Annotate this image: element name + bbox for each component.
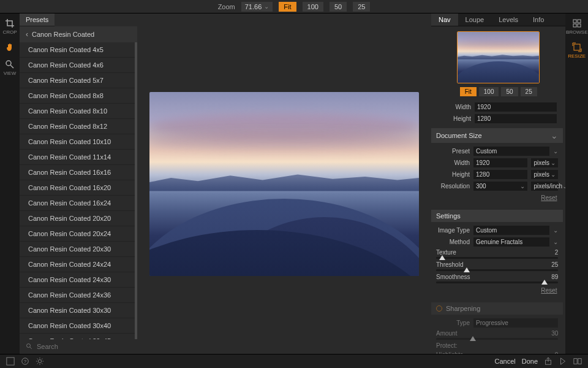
left-tool-strip: CROP VIEW — [0, 13, 20, 354]
right-tool-strip: BROWSE RESIZE — [565, 13, 588, 354]
chevron-down-icon: ⌄ — [264, 3, 269, 10]
preset-item[interactable]: Canon Resin Coated 8x10 — [20, 104, 135, 119]
texture-value: 2 — [555, 249, 559, 256]
cancel-button[interactable]: Cancel — [494, 358, 515, 365]
preset-item[interactable]: Canon Resin Coated 30x45 — [20, 334, 135, 339]
hand-icon — [5, 42, 15, 52]
compare-icon[interactable] — [573, 357, 582, 366]
width-unit-dropdown[interactable]: pixels⌄ — [531, 158, 558, 167]
nav-zoom-50[interactable]: 50 — [501, 87, 518, 96]
view-tool[interactable]: VIEW — [4, 59, 16, 76]
resize-icon — [572, 42, 582, 52]
preset-item[interactable]: Canon Resin Coated 10x10 — [20, 134, 135, 150]
chevron-down-icon: ⌄ — [551, 131, 558, 140]
svg-rect-13 — [578, 359, 581, 364]
nav-width-label: Width — [437, 104, 471, 110]
width-field[interactable]: 1920 — [473, 158, 527, 167]
zoom-100-button[interactable]: 100 — [303, 2, 323, 12]
preset-item[interactable]: Canon Resin Coated 5x7 — [20, 73, 135, 88]
threshold-slider[interactable] — [436, 269, 558, 271]
svg-rect-5 — [578, 24, 581, 27]
zoom-25-button[interactable]: 25 — [353, 2, 370, 12]
svg-rect-12 — [574, 359, 577, 364]
crop-tool[interactable]: CROP — [2, 18, 17, 35]
canvas[interactable] — [137, 13, 431, 354]
help-icon[interactable]: ? — [21, 357, 29, 366]
sharpening-section: Sharpening TypeProgressive Amount30 Prot… — [431, 302, 563, 354]
preset-item[interactable]: Canon Resin Coated 8x12 — [20, 119, 135, 134]
settings-reset[interactable]: Reset — [541, 287, 557, 294]
zoom-fit-button[interactable]: Fit — [279, 2, 296, 12]
sharpen-type-dropdown[interactable]: Progressive — [473, 318, 558, 328]
docsize-reset[interactable]: Reset — [541, 194, 557, 201]
preset-item[interactable]: Canon Resin Coated 24x30 — [20, 272, 135, 288]
grid-icon[interactable] — [6, 357, 15, 366]
height-field[interactable]: 1280 — [473, 170, 527, 179]
tab-levels[interactable]: Levels — [491, 13, 526, 26]
preset-item[interactable]: Canon Resin Coated 30x30 — [20, 303, 135, 318]
preset-item[interactable]: Canon Resin Coated 16x20 — [20, 180, 135, 196]
height-unit-dropdown[interactable]: pixels⌄ — [531, 170, 558, 179]
method-dropdown[interactable]: Genuine Fractals — [473, 237, 549, 247]
tab-info[interactable]: Info — [526, 13, 551, 26]
nav-zoom-fit[interactable]: Fit — [460, 87, 477, 96]
preset-item[interactable]: Canon Resin Coated 24x24 — [20, 257, 135, 272]
preset-item[interactable]: Canon Resin Coated 30x40 — [20, 318, 135, 334]
tab-nav[interactable]: Nav — [431, 13, 458, 26]
document-size-header[interactable]: Document Size⌄ — [431, 128, 563, 143]
pan-tool[interactable] — [5, 42, 15, 52]
preset-item[interactable]: Canon Resin Coated 8x8 — [20, 88, 135, 104]
nav-height-label: Height — [437, 115, 471, 122]
browse-icon — [572, 18, 582, 28]
search-input[interactable] — [37, 343, 131, 350]
settings-header[interactable]: Settings — [431, 210, 563, 222]
presets-tab[interactable]: Presets — [20, 13, 55, 26]
tab-loupe[interactable]: Loupe — [458, 13, 492, 26]
presets-panel: Presets ‹ Canon Resin Coated Canon Resin… — [20, 13, 137, 354]
enable-ring-icon[interactable] — [436, 305, 442, 312]
preset-item[interactable]: Canon Resin Coated 20x20 — [20, 211, 135, 226]
resolution-unit-dropdown[interactable]: pixels/inch⌄ — [531, 182, 558, 191]
next-icon[interactable] — [559, 357, 567, 366]
imagetype-dropdown[interactable]: Custom — [473, 226, 549, 235]
preset-item[interactable]: Canon Resin Coated 20x24 — [20, 226, 135, 242]
preset-item[interactable]: Canon Resin Coated 16x16 — [20, 165, 135, 180]
nav-width-value[interactable]: 1920 — [475, 102, 557, 112]
zoom-label: Zoom — [218, 3, 235, 10]
chevron-down-icon: ⌄ — [553, 227, 558, 234]
smooth-slider[interactable] — [436, 282, 558, 283]
zoom-50-button[interactable]: 50 — [330, 2, 347, 12]
texture-slider[interactable] — [436, 257, 558, 259]
search-icon — [26, 343, 33, 350]
svg-text:?: ? — [24, 359, 27, 364]
resize-tool[interactable]: RESIZE — [568, 42, 586, 59]
preset-item[interactable]: Canon Resin Coated 16x24 — [20, 196, 135, 211]
svg-point-1 — [27, 344, 31, 348]
document-size-section: Document Size⌄ PresetCustom⌄ Width1920pi… — [431, 128, 563, 206]
preset-item[interactable]: Canon Resin Coated 4x6 — [20, 58, 135, 73]
svg-rect-2 — [573, 20, 576, 23]
preset-list[interactable]: Canon Resin Coated 4x5Canon Resin Coated… — [20, 42, 137, 339]
nav-zoom-100[interactable]: 100 — [479, 87, 499, 96]
preset-dropdown[interactable]: Custom — [473, 147, 549, 156]
nav-thumbnail[interactable] — [457, 31, 540, 83]
preset-item[interactable]: Canon Resin Coated 24x36 — [20, 288, 135, 303]
preset-item[interactable]: Canon Resin Coated 20x30 — [20, 242, 135, 257]
browse-tool[interactable]: BROWSE — [566, 18, 588, 35]
nav-zoom-25[interactable]: 25 — [521, 87, 537, 96]
resolution-field[interactable]: 300⌄ — [473, 182, 527, 191]
photo-preview — [149, 92, 419, 276]
presets-back[interactable]: ‹ Canon Resin Coated — [20, 26, 137, 42]
sharpening-header[interactable]: Sharpening — [431, 302, 563, 315]
gear-icon[interactable] — [36, 357, 44, 366]
presets-category: Canon Resin Coated — [32, 31, 94, 38]
share-icon[interactable] — [544, 357, 552, 366]
zoom-value-dropdown[interactable]: 71.66⌄ — [241, 2, 273, 12]
done-button[interactable]: Done — [522, 358, 538, 365]
preset-item[interactable]: Canon Resin Coated 11x14 — [20, 150, 135, 165]
svg-rect-3 — [578, 20, 581, 23]
amount-slider[interactable] — [436, 338, 558, 340]
nav-height-value[interactable]: 1280 — [475, 114, 557, 123]
threshold-value: 25 — [551, 261, 558, 268]
preset-item[interactable]: Canon Resin Coated 4x5 — [20, 42, 135, 58]
